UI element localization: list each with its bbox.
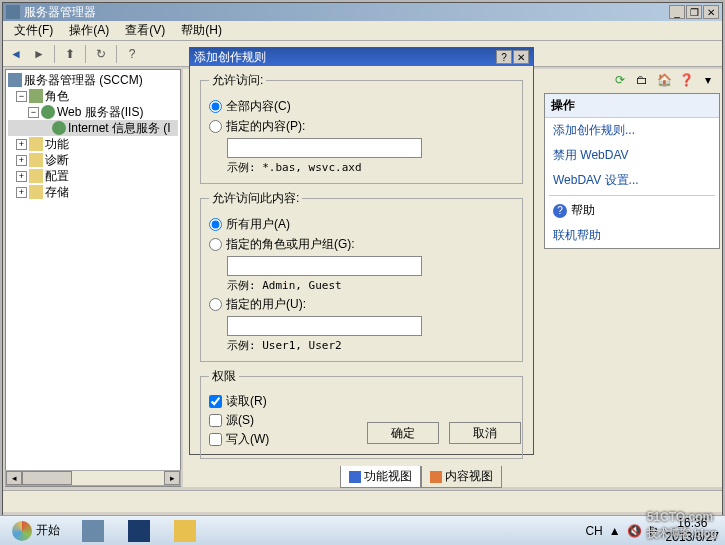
separator bbox=[54, 45, 55, 63]
menubar: 文件(F) 操作(A) 查看(V) 帮助(H) bbox=[3, 21, 722, 41]
scroll-track[interactable] bbox=[72, 471, 164, 485]
radio-spec-roles[interactable]: 指定的角色或用户组(G): bbox=[209, 236, 514, 253]
action-disable[interactable]: 禁用 WebDAV bbox=[545, 143, 719, 168]
help-button[interactable]: ? bbox=[122, 44, 142, 64]
browse-icon[interactable]: 🗀 bbox=[634, 72, 650, 88]
powershell-icon bbox=[128, 520, 150, 542]
start-button[interactable]: 开始 bbox=[2, 518, 70, 544]
menu-file[interactable]: 文件(F) bbox=[6, 20, 61, 41]
app-icon bbox=[6, 5, 20, 19]
actions-panel: 操作 添加创作规则... 禁用 WebDAV WebDAV 设置... ? 帮助… bbox=[544, 93, 720, 249]
add-rule-dialog: 添加创作规则 ? ✕ 允许访问: 全部内容(C) 指定的内容(P): 示例: *… bbox=[189, 47, 534, 455]
tray-clock[interactable]: 16:36 2013/6/27 bbox=[666, 517, 719, 543]
radio-all-users-input[interactable] bbox=[209, 218, 222, 231]
radio-spec-users[interactable]: 指定的用户(U): bbox=[209, 296, 514, 313]
separator bbox=[549, 195, 715, 196]
dialog-help-button[interactable]: ? bbox=[496, 50, 512, 64]
window-title: 服务器管理器 bbox=[24, 4, 669, 21]
menu-action[interactable]: 操作(A) bbox=[61, 20, 117, 41]
folder-icon bbox=[29, 137, 43, 151]
collapse-icon[interactable]: − bbox=[16, 91, 27, 102]
folder-icon bbox=[29, 153, 43, 167]
taskbar-explorer[interactable] bbox=[163, 518, 207, 544]
actions-title: 操作 bbox=[545, 94, 719, 118]
tree-diag[interactable]: + 诊断 bbox=[8, 152, 178, 168]
spec-users-input[interactable] bbox=[227, 316, 422, 336]
up-button[interactable]: ⬆ bbox=[60, 44, 80, 64]
tray-arrow[interactable]: ▲ bbox=[609, 524, 621, 538]
radio-spec-content[interactable]: 指定的内容(P): bbox=[209, 118, 514, 135]
scroll-left-button[interactable]: ◂ bbox=[6, 471, 22, 485]
content-toolbar: ⟳ 🗀 🏠 ❓ ▾ bbox=[610, 69, 720, 91]
spec-content-input[interactable] bbox=[227, 138, 422, 158]
ime-indicator[interactable]: CH bbox=[585, 524, 602, 538]
collapse-icon[interactable]: − bbox=[28, 107, 39, 118]
taskbar: 开始 CH ▲ 🔇 🏳 16:36 2013/6/27 bbox=[0, 515, 725, 545]
permissions-group: 权限 读取(R) 源(S) 写入(W) bbox=[200, 368, 523, 459]
expand-icon[interactable]: + bbox=[16, 155, 27, 166]
action-settings[interactable]: WebDAV 设置... bbox=[545, 168, 719, 193]
home-icon[interactable]: 🏠 bbox=[656, 72, 672, 88]
system-tray: CH ▲ 🔇 🏳 16:36 2013/6/27 bbox=[585, 517, 725, 543]
taskbar-powershell[interactable] bbox=[117, 518, 161, 544]
radio-spec-users-input[interactable] bbox=[209, 298, 222, 311]
iis-icon bbox=[52, 121, 66, 135]
action-help[interactable]: ? 帮助 bbox=[545, 198, 719, 223]
close-button[interactable]: ✕ bbox=[703, 5, 719, 19]
role-icon bbox=[29, 89, 43, 103]
check-write-input[interactable] bbox=[209, 433, 222, 446]
tree-web[interactable]: − Web 服务器(IIS) bbox=[8, 104, 178, 120]
scroll-thumb[interactable] bbox=[22, 471, 72, 485]
menu-help[interactable]: 帮助(H) bbox=[173, 20, 230, 41]
check-source-input[interactable] bbox=[209, 414, 222, 427]
allow-access-to-group: 允许访问此内容: 所有用户(A) 指定的角色或用户组(G): 示例: Admin… bbox=[200, 190, 523, 362]
separator bbox=[116, 45, 117, 63]
tree-features[interactable]: + 功能 bbox=[8, 136, 178, 152]
tray-volume-icon[interactable]: 🔇 bbox=[627, 524, 642, 538]
dialog-body: 允许访问: 全部内容(C) 指定的内容(P): 示例: *.bas, wsvc.… bbox=[190, 66, 533, 471]
action-online-help[interactable]: 联机帮助 bbox=[545, 223, 719, 248]
check-read[interactable]: 读取(R) bbox=[209, 393, 514, 410]
allow-access-group: 允许访问: 全部内容(C) 指定的内容(P): 示例: *.bas, wsvc.… bbox=[200, 72, 523, 184]
forward-button[interactable]: ► bbox=[29, 44, 49, 64]
maximize-button[interactable]: ❐ bbox=[686, 5, 702, 19]
tree-iis[interactable]: Internet 信息服务 (I bbox=[8, 120, 178, 136]
dropdown-icon[interactable]: ▾ bbox=[700, 72, 716, 88]
check-read-input[interactable] bbox=[209, 395, 222, 408]
ok-button[interactable]: 确定 bbox=[367, 422, 439, 444]
help-icon: ? bbox=[553, 204, 567, 218]
cancel-button[interactable]: 取消 bbox=[449, 422, 521, 444]
tree-roles[interactable]: − 角色 bbox=[8, 88, 178, 104]
radio-spec-roles-input[interactable] bbox=[209, 238, 222, 251]
expand-icon[interactable]: + bbox=[16, 187, 27, 198]
action-add-rule[interactable]: 添加创作规则... bbox=[545, 118, 719, 143]
tree-config[interactable]: + 配置 bbox=[8, 168, 178, 184]
main-window: 服务器管理器 _ ❐ ✕ 文件(F) 操作(A) 查看(V) 帮助(H) ◄ ►… bbox=[2, 2, 723, 543]
minimize-button[interactable]: _ bbox=[669, 5, 685, 19]
separator bbox=[85, 45, 86, 63]
expand-icon[interactable]: + bbox=[16, 171, 27, 182]
back-button[interactable]: ◄ bbox=[6, 44, 26, 64]
explore-icon[interactable]: ⟳ bbox=[612, 72, 628, 88]
radio-all-content[interactable]: 全部内容(C) bbox=[209, 98, 514, 115]
refresh-button[interactable]: ↻ bbox=[91, 44, 111, 64]
help-icon[interactable]: ❓ bbox=[678, 72, 694, 88]
spec-roles-input[interactable] bbox=[227, 256, 422, 276]
windows-orb-icon bbox=[12, 521, 32, 541]
dialog-buttons: 确定 取消 bbox=[367, 422, 521, 444]
radio-spec-content-input[interactable] bbox=[209, 120, 222, 133]
dialog-close-button[interactable]: ✕ bbox=[513, 50, 529, 64]
expand-icon[interactable]: + bbox=[16, 139, 27, 150]
tray-flag-icon[interactable]: 🏳 bbox=[648, 524, 660, 538]
taskbar-server-manager[interactable] bbox=[71, 518, 115, 544]
tree-scrollbar[interactable]: ◂ ▸ bbox=[5, 470, 181, 486]
tree-root[interactable]: 服务器管理器 (SCCM) bbox=[8, 72, 178, 88]
tree-panel: 服务器管理器 (SCCM) − 角色 − Web 服务器(IIS) Intern… bbox=[5, 69, 181, 487]
menu-view[interactable]: 查看(V) bbox=[117, 20, 173, 41]
radio-all-users[interactable]: 所有用户(A) bbox=[209, 216, 514, 233]
radio-all-content-input[interactable] bbox=[209, 100, 222, 113]
allow-access-to-legend: 允许访问此内容: bbox=[209, 190, 302, 207]
scroll-right-button[interactable]: ▸ bbox=[164, 471, 180, 485]
tree-storage[interactable]: + 存储 bbox=[8, 184, 178, 200]
explorer-icon bbox=[174, 520, 196, 542]
